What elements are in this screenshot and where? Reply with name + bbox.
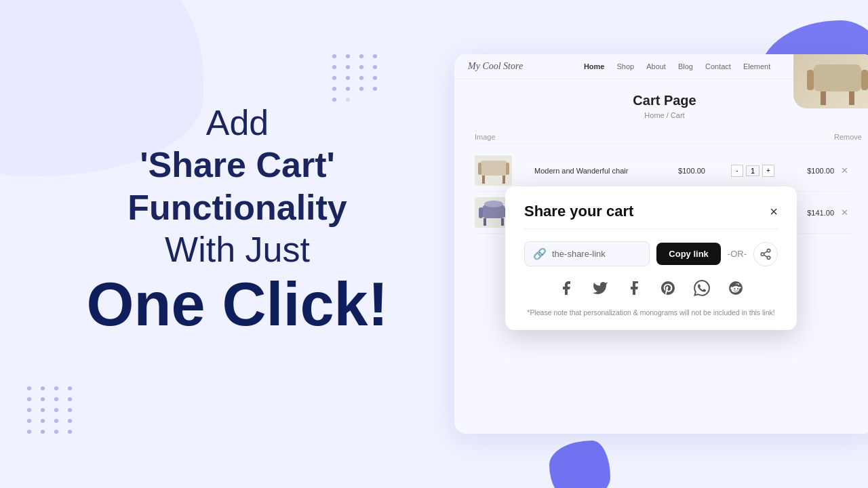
- blob-bottom-right: [549, 441, 610, 488]
- cart-breadcrumb: Home / Cart: [475, 111, 854, 119]
- close-button[interactable]: ×: [770, 204, 778, 220]
- col-price: [658, 133, 726, 141]
- text-add: Add: [41, 102, 434, 144]
- svg-line-19: [764, 255, 767, 257]
- product-total-1: $100.00: [780, 167, 834, 175]
- col-qty: [726, 133, 780, 141]
- cart-table-header: Image Remove: [475, 130, 854, 144]
- nav-blog[interactable]: Blog: [678, 62, 693, 70]
- svg-rect-6: [482, 176, 485, 184]
- col-total: [780, 133, 834, 141]
- qty-value-1: 1: [746, 165, 760, 176]
- modal-title: Share your cart: [524, 203, 633, 220]
- share-link-row: 🔗 the-share-link Copy link -OR-: [524, 241, 778, 266]
- svg-rect-11: [484, 218, 486, 226]
- svg-point-15: [484, 201, 503, 207]
- nav-contact[interactable]: Contact: [705, 62, 731, 70]
- remove-button-2[interactable]: ✕: [834, 207, 854, 218]
- svg-point-16: [767, 249, 770, 252]
- col-image: Image: [475, 133, 529, 141]
- share-note: *Please note that personalization & mono…: [524, 308, 778, 317]
- cart-page-title: Cart Page: [475, 93, 854, 108]
- qty-control-1: - 1 +: [726, 165, 780, 177]
- modal-header: Share your cart ×: [524, 203, 778, 220]
- remove-button-1[interactable]: ✕: [834, 165, 854, 176]
- social-icons-row: [524, 277, 778, 299]
- whatsapp-icon[interactable]: [691, 277, 713, 299]
- qty-decrease-1[interactable]: -: [731, 165, 743, 177]
- reddit-icon[interactable]: [725, 277, 747, 299]
- link-input-wrap: 🔗 the-share-link: [524, 241, 650, 266]
- share-icon-button[interactable]: [753, 242, 778, 266]
- svg-rect-12: [501, 218, 504, 226]
- svg-rect-9: [506, 163, 509, 175]
- nav-shop[interactable]: Shop: [616, 62, 634, 70]
- text-with-just: With Just: [41, 228, 434, 270]
- dot-grid-bottom: [27, 386, 75, 434]
- share-link-text[interactable]: the-share-link: [552, 249, 606, 259]
- pinterest-icon[interactable]: [657, 277, 679, 299]
- link-icon: 🔗: [533, 247, 547, 260]
- svg-rect-5: [480, 161, 507, 176]
- nav-element[interactable]: Element: [743, 62, 770, 70]
- svg-point-17: [761, 252, 764, 256]
- tumblr-icon[interactable]: [623, 277, 645, 299]
- svg-rect-13: [479, 207, 483, 218]
- or-text: -OR-: [728, 249, 747, 259]
- browser-mockup: My Cool Store Home Shop About Blog Conta…: [454, 54, 868, 434]
- modal-divider: [524, 228, 778, 229]
- share-cart-modal: Share your cart × 🔗 the-share-link Copy …: [505, 186, 797, 330]
- svg-rect-7: [502, 176, 505, 184]
- svg-line-20: [764, 251, 767, 253]
- col-remove: Remove: [834, 133, 854, 141]
- dot-grid-top: [332, 54, 380, 102]
- store-logo: My Cool Store: [468, 61, 523, 72]
- left-section: Add 'Share Cart' Functionality With Just…: [41, 102, 434, 338]
- qty-increase-1[interactable]: +: [762, 165, 774, 177]
- product-price-1: $100.00: [658, 167, 726, 175]
- svg-point-18: [767, 256, 770, 260]
- product-image-1: [475, 155, 512, 186]
- text-share-cart: 'Share Cart' Functionality: [41, 144, 434, 228]
- table-row: Modern and Wanderful chair $100.00 - 1 +…: [475, 150, 854, 192]
- col-name: [529, 133, 658, 141]
- text-one-click: One Click!: [41, 271, 434, 338]
- nav-home[interactable]: Home: [584, 62, 605, 70]
- svg-rect-8: [478, 163, 481, 175]
- facebook-icon[interactable]: [555, 277, 577, 299]
- nav-about[interactable]: About: [646, 62, 666, 70]
- nav-links: Home Shop About Blog Contact Element: [584, 62, 770, 70]
- product-name-1: Modern and Wanderful chair: [529, 167, 658, 175]
- copy-link-button[interactable]: Copy link: [656, 243, 721, 265]
- twitter-icon[interactable]: [589, 277, 611, 299]
